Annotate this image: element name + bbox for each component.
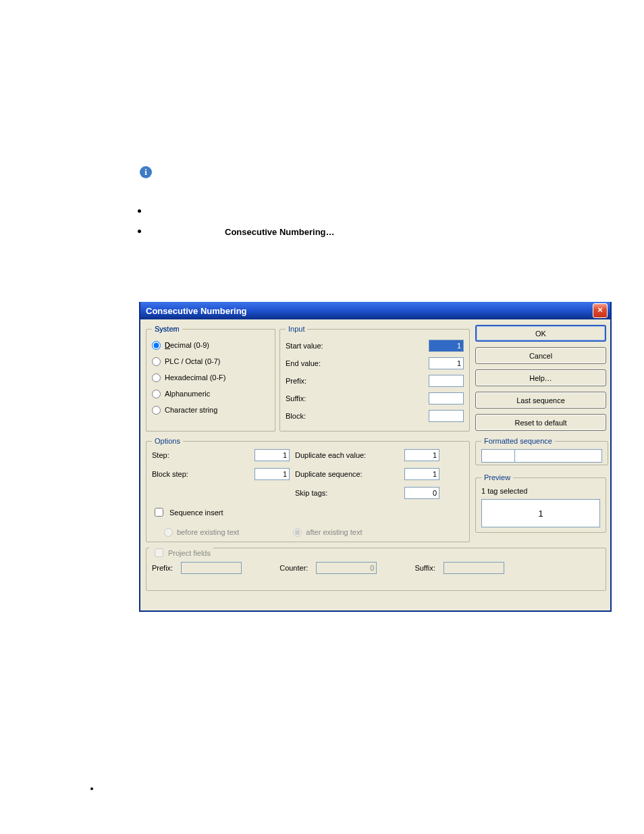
label-alpha: Alphanumeric [165, 390, 210, 398]
input-group: Input Start value: End value: Prefix: Su… [279, 325, 470, 432]
options-legend: Options [152, 437, 183, 445]
formatted-box-right[interactable] [514, 449, 602, 463]
bullet-icon [90, 787, 93, 790]
input-legend: Input [286, 325, 307, 333]
preview-status: 1 tag selected [481, 487, 600, 495]
label-suffix: Suffix: [286, 394, 306, 402]
label-skip-tags: Skip tags: [295, 489, 396, 497]
label-block-step: Block step: [152, 470, 246, 478]
preview-group: Preview 1 tag selected 1 [475, 473, 606, 533]
label-dup-value: Duplicate each value: [295, 451, 396, 459]
formatted-box-left[interactable] [481, 449, 514, 463]
label-proj-suffix: Suffix: [414, 564, 435, 572]
step-field[interactable] [254, 449, 290, 461]
project-fields-checkbox [155, 548, 163, 557]
close-icon[interactable]: × [593, 303, 608, 318]
help-button[interactable]: Help… [475, 369, 606, 386]
titlebar: Consecutive Numbering × [140, 302, 610, 319]
label-proj-counter: Counter: [279, 564, 308, 572]
menu-context-text: Consecutive Numbering… [225, 227, 335, 237]
preview-legend: Preview [481, 473, 513, 481]
end-value-field[interactable] [429, 357, 464, 369]
formatted-sequence-group: Formatted sequence [475, 437, 608, 465]
last-sequence-button[interactable]: Last sequence [475, 392, 606, 409]
system-group: System Decimal (0-9) PLC / Octal (0-7) H… [146, 325, 275, 432]
label-dup-seq: Duplicate sequence: [295, 470, 396, 478]
proj-prefix-field [181, 562, 242, 574]
label-plc: PLC / Octal (0-7) [165, 357, 221, 365]
radio-hex[interactable] [152, 373, 161, 382]
label-start-value: Start value: [286, 342, 323, 350]
proj-counter-field [316, 562, 377, 574]
formatted-legend: Formatted sequence [481, 437, 555, 445]
info-icon: i [140, 166, 152, 178]
proj-suffix-field [444, 562, 504, 574]
label-end-value: End value: [286, 359, 321, 367]
radio-decimal[interactable] [152, 341, 161, 350]
project-fields-group: Project fields Prefix: Counter: Suffix: [146, 548, 606, 591]
project-fields-legend: Project fields [168, 549, 211, 557]
block-step-field[interactable] [254, 468, 290, 480]
radio-alpha[interactable] [152, 390, 161, 398]
skip-tags-field[interactable] [404, 487, 439, 499]
radio-plc[interactable] [152, 357, 161, 366]
label-sequence-insert: Sequence insert [169, 509, 223, 517]
system-legend: System [152, 325, 182, 333]
dup-seq-field[interactable] [404, 468, 439, 480]
prefix-field[interactable] [429, 375, 464, 387]
label-block: Block: [286, 412, 306, 420]
preview-value: 1 [481, 499, 600, 527]
label-charstr: Character string [165, 406, 217, 414]
options-group: Options Step: Duplicate each value: Bloc… [146, 437, 470, 542]
label-before-text: before existing text [177, 528, 239, 536]
suffix-field[interactable] [429, 392, 464, 405]
block-field[interactable] [429, 410, 464, 422]
ok-button[interactable]: OK [475, 325, 606, 342]
reset-default-button[interactable]: Reset to default [475, 414, 606, 431]
label-after-text: after existing text [306, 528, 362, 536]
consecutive-numbering-dialog: Consecutive Numbering × System Ddocument… [139, 302, 612, 612]
label-decimal: Decimal (0-9) [165, 341, 209, 349]
label-hex: Hexadecimal (0-F) [165, 373, 225, 382]
dup-value-field[interactable] [404, 449, 439, 461]
label-proj-prefix: Prefix: [152, 564, 173, 572]
radio-after-text [293, 528, 302, 537]
radio-before-text [164, 528, 173, 537]
label-prefix: Prefix: [286, 377, 306, 385]
dialog-title: Consecutive Numbering [146, 306, 247, 316]
start-value-field[interactable] [429, 340, 464, 352]
sequence-insert-checkbox[interactable] [155, 508, 163, 517]
bullet-icon [138, 209, 141, 213]
cancel-button[interactable]: Cancel [475, 347, 606, 364]
button-column: OK Cancel Help… Last sequence Reset to d… [475, 325, 606, 436]
radio-charstr[interactable] [152, 406, 161, 415]
bullet-icon [138, 230, 141, 233]
label-step: Step: [152, 451, 246, 459]
